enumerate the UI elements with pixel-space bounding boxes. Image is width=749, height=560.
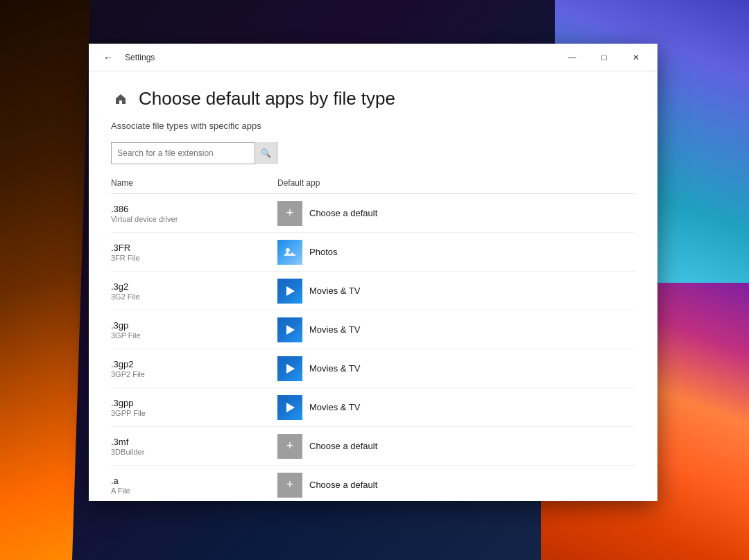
search-input[interactable] xyxy=(112,148,255,158)
window-content: Choose default apps by file type Associa… xyxy=(89,71,657,501)
item-extension: .386 xyxy=(111,204,277,214)
window-title: Settings xyxy=(125,53,155,62)
item-description: 3GPP File xyxy=(111,409,277,417)
titlebar-left: ← Settings xyxy=(89,46,155,69)
item-description: 3FR File xyxy=(111,254,277,262)
back-icon: ← xyxy=(103,52,113,63)
item-extension: .3mf xyxy=(111,437,277,447)
col-app-header: Default app xyxy=(277,178,635,188)
bg-left-blocks xyxy=(0,0,90,560)
item-app-col[interactable]: + Choose a default xyxy=(277,201,635,226)
list-item[interactable]: .3gp2 3GP2 File Movies & TV xyxy=(111,349,635,388)
item-app-col[interactable]: Movies & TV xyxy=(277,279,635,304)
item-name-col: .3gp2 3GP2 File xyxy=(111,359,277,378)
item-name-col: .3gpp 3GPP File xyxy=(111,398,277,417)
item-extension: .3gp xyxy=(111,320,277,331)
app-label: Movies & TV xyxy=(309,363,360,374)
movies-icon xyxy=(277,317,302,342)
item-app-col[interactable]: Photos xyxy=(277,240,635,265)
svg-point-0 xyxy=(286,248,290,252)
movies-icon xyxy=(277,356,302,381)
list-item[interactable]: .3gp 3GP File Movies & TV xyxy=(111,310,635,349)
item-name-col: .386 Virtual device driver xyxy=(111,204,277,223)
list-item[interactable]: .3gpp 3GPP File Movies & TV xyxy=(111,388,635,427)
item-name-col: .3FR 3FR File xyxy=(111,243,277,262)
item-name-col: .3g2 3G2 File xyxy=(111,281,277,301)
list-item[interactable]: .3FR 3FR File Photos xyxy=(111,233,635,272)
list-item[interactable]: .a A File + Choose a default xyxy=(111,466,635,501)
search-button[interactable]: 🔍 xyxy=(255,142,277,164)
list-item[interactable]: .386 Virtual device driver + Choose a de… xyxy=(111,194,635,233)
item-app-col[interactable]: Movies & TV xyxy=(277,356,635,381)
home-icon xyxy=(111,89,130,109)
item-extension: .3gp2 xyxy=(111,359,277,369)
item-name-col: .a A File xyxy=(111,475,277,495)
item-description: 3G2 File xyxy=(111,292,277,301)
app-label: Photos xyxy=(309,247,337,257)
photos-icon xyxy=(277,240,302,265)
titlebar: ← Settings — □ ✕ xyxy=(89,44,657,71)
item-app-col[interactable]: + Choose a default xyxy=(277,473,635,498)
back-button[interactable]: ← xyxy=(97,46,119,69)
search-icon: 🔍 xyxy=(261,148,271,158)
file-type-list: Name Default app .386 Virtual device dri… xyxy=(89,175,657,501)
maximize-icon: □ xyxy=(601,53,606,62)
add-icon: + xyxy=(277,201,302,226)
close-icon: ✕ xyxy=(632,53,639,62)
col-name-header: Name xyxy=(111,178,277,188)
item-extension: .a xyxy=(111,475,277,486)
item-extension: .3gpp xyxy=(111,398,277,408)
movies-icon xyxy=(277,279,302,304)
add-icon: + xyxy=(277,434,302,459)
app-label: Movies & TV xyxy=(309,402,360,412)
item-app-col[interactable]: Movies & TV xyxy=(277,395,635,420)
add-icon: + xyxy=(277,473,302,498)
list-item[interactable]: .3mf 3DBuilder + Choose a default xyxy=(111,427,635,466)
item-name-col: .3gp 3GP File xyxy=(111,320,277,340)
page-subtitle: Associate file types with specific apps xyxy=(111,121,635,131)
app-label: Choose a default xyxy=(309,441,377,451)
minimize-button[interactable]: — xyxy=(556,46,588,69)
app-label: Movies & TV xyxy=(309,286,360,296)
app-label: Movies & TV xyxy=(309,324,360,335)
window-controls: — □ ✕ xyxy=(556,46,652,69)
item-description: 3GP2 File xyxy=(111,370,277,378)
app-label: Choose a default xyxy=(309,480,377,490)
list-items-container: .386 Virtual device driver + Choose a de… xyxy=(111,194,635,501)
item-description: Virtual device driver xyxy=(111,215,277,223)
item-description: A File xyxy=(111,487,277,495)
movies-icon xyxy=(277,395,302,420)
page-title: Choose default apps by file type xyxy=(139,88,395,110)
item-description: 3GP File xyxy=(111,331,277,340)
maximize-button[interactable]: □ xyxy=(588,46,620,69)
settings-window: ← Settings — □ ✕ Choose default apps xyxy=(89,44,657,501)
list-item[interactable]: .3g2 3G2 File Movies & TV xyxy=(111,272,635,310)
page-header: Choose default apps by file type xyxy=(111,88,635,110)
minimize-icon: — xyxy=(568,53,576,62)
item-app-col[interactable]: Movies & TV xyxy=(277,317,635,342)
item-description: 3DBuilder xyxy=(111,448,277,456)
item-app-col[interactable]: + Choose a default xyxy=(277,434,635,459)
app-label: Choose a default xyxy=(309,208,377,218)
close-button[interactable]: ✕ xyxy=(620,46,652,69)
item-name-col: .3mf 3DBuilder xyxy=(111,437,277,456)
item-extension: .3FR xyxy=(111,243,277,253)
search-box[interactable]: 🔍 xyxy=(111,142,277,164)
list-header: Name Default app xyxy=(111,175,635,194)
item-extension: .3g2 xyxy=(111,281,277,292)
